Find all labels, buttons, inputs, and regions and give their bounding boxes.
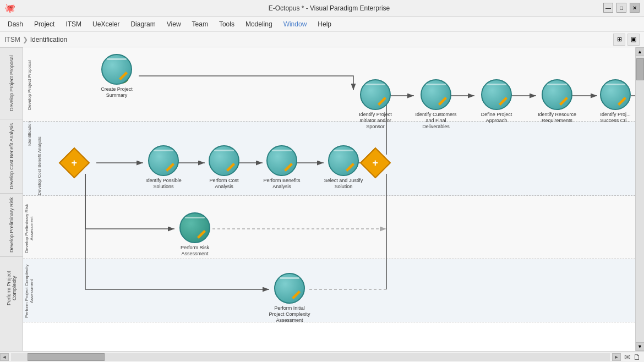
bottom-bar: ◄ ► ✉ 🗋 — [0, 351, 644, 362]
maximize-button[interactable]: □ — [616, 3, 626, 13]
task-perform-initial-project[interactable]: Perform Initial Project Complexity Asses… — [268, 273, 312, 323]
swimlane-4 — [23, 259, 635, 322]
task-identify-project-success[interactable]: Identify Proj... Success Cri... — [596, 79, 635, 124]
status-icons: ✉ 🗋 — [621, 353, 644, 361]
task-identify-customers[interactable]: Identify Customers and Final Deliverable… — [414, 79, 458, 129]
hscroll-right-button[interactable]: ► — [612, 353, 621, 361]
sublane-label-2: Develop Cost Benefit Analysis — [34, 124, 44, 195]
breadcrumb-icons: ⊞ ▣ — [613, 34, 640, 46]
vertical-scrollbar: ▲ ▼ — [635, 47, 644, 351]
minimize-button[interactable]: — — [603, 3, 613, 13]
menu-view[interactable]: View — [161, 18, 187, 30]
menu-itsm[interactable]: ITSM — [60, 18, 87, 30]
hscroll-left-button[interactable]: ◄ — [0, 353, 9, 361]
menu-team[interactable]: Team — [187, 18, 214, 30]
menubar: Dash Project ITSM UeXceler Diagram View … — [0, 17, 644, 32]
task-perform-cost-analysis[interactable]: Perform Cost Analysis — [202, 145, 246, 190]
task-identify-project-initiator[interactable]: Identify Project Initiator and/or Sponso… — [353, 79, 397, 129]
sublane-label-identification: Identification — [24, 124, 34, 146]
task-perform-benefits-analysis[interactable]: Perform Benefits Analysis — [260, 145, 304, 190]
titlebar: 🐙 E-Octopus * - Visual Paradigm Enterpri… — [0, 0, 644, 17]
menu-diagram[interactable]: Diagram — [125, 18, 161, 30]
task-create-project-summary[interactable]: Create Project Summary — [95, 54, 139, 98]
close-button[interactable]: ✕ — [630, 3, 640, 13]
mail-icon[interactable]: ✉ — [624, 353, 631, 361]
lane-label-1: Develop Project Proposal — [0, 47, 23, 119]
grid-icon[interactable]: ⊞ — [613, 34, 625, 46]
task-identify-resource-req[interactable]: Identify Resource Requirements — [535, 79, 579, 124]
menu-help[interactable]: Help — [312, 18, 337, 30]
sublane-label-3: Develop Preliminary Risk Assessment — [24, 198, 34, 259]
breadcrumb-separator: ❯ — [23, 36, 28, 43]
horizontal-scrollbar[interactable] — [11, 353, 610, 361]
lane-label-4: Perform Project Complexity — [0, 256, 23, 320]
diagram-canvas: Develop Project Proposal Identification … — [23, 47, 635, 351]
sublane-label-4: Perform Project Complexity Assessment — [24, 261, 34, 321]
info-icon[interactable]: 🗋 — [633, 353, 641, 361]
task-define-project-approach[interactable]: Define Project Approach — [474, 79, 519, 124]
menu-uexceler[interactable]: UeXceler — [87, 18, 125, 30]
task-select-justify-solution[interactable]: Select and Justify Solution — [321, 145, 365, 190]
menu-tools[interactable]: Tools — [214, 18, 240, 30]
scroll-thumb[interactable] — [636, 58, 644, 80]
sublane-label-1: Develop Project Proposal — [24, 50, 34, 121]
menu-project[interactable]: Project — [29, 18, 60, 30]
scroll-down-button[interactable]: ▼ — [636, 342, 645, 351]
task-perform-risk-assessment[interactable]: Perform Risk Assessment — [173, 212, 217, 257]
window-controls: — □ ✕ — [603, 3, 640, 13]
main-area: Develop Project Proposal Develop Cost Be… — [0, 47, 644, 351]
hscroll-thumb[interactable] — [28, 353, 105, 361]
breadcrumb-parent[interactable]: ITSM — [4, 36, 20, 43]
swimlane-3 — [23, 196, 635, 259]
lane-label-2: Develop Cost Benefit Analysis — [0, 119, 23, 193]
panel-icon[interactable]: ▣ — [627, 34, 640, 46]
breadcrumb-bar: ITSM ❯ Identification ⊞ ▣ — [0, 32, 644, 47]
menu-modeling[interactable]: Modeling — [240, 18, 278, 30]
app-icon: 🐙 — [4, 3, 15, 13]
menu-dash[interactable]: Dash — [2, 18, 29, 30]
window-title: E-Octopus * - Visual Paradigm Enterprise — [19, 4, 640, 12]
task-identify-possible-solutions[interactable]: Identify Possible Solutions — [141, 145, 185, 190]
menu-window[interactable]: Window — [278, 18, 313, 30]
lane-labels: Develop Project Proposal Develop Cost Be… — [0, 47, 23, 351]
breadcrumb-current: Identification — [30, 36, 67, 43]
lane-label-3: Develop Preliminary Risk — [0, 193, 23, 256]
scroll-up-button[interactable]: ▲ — [636, 47, 645, 56]
